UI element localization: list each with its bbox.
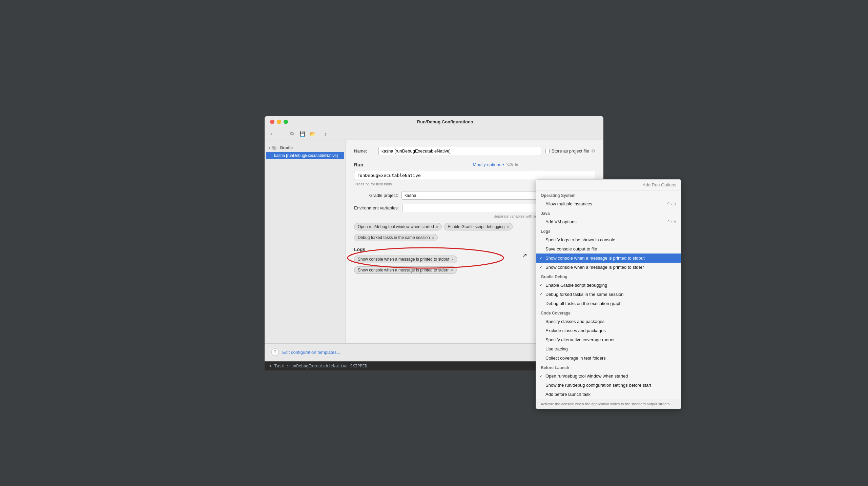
add-run-options-label: Add Run Options: [643, 182, 676, 187]
tag-label: Debug forked tasks in the same session: [358, 235, 430, 240]
dropdown-item-label: Add VM options: [545, 219, 577, 224]
dropdown-item-specify-classes[interactable]: Specify classes and packages: [536, 317, 681, 326]
dropdown-item-add-before-launch[interactable]: Add before launch task: [536, 390, 681, 399]
toolbar: + − ⧉ 💾 📂 ↕: [265, 128, 603, 140]
dropdown-item-label: Allow multiple instances: [545, 201, 592, 206]
dropdown-item-label: Open run/debug tool window when started: [545, 373, 628, 379]
tag-debug-forked: Debug forked tasks in the same session ×: [354, 234, 438, 241]
tag-label: Show console when a message is printed t…: [358, 257, 449, 262]
dropdown-section-code-coverage: Code Coverage: [536, 308, 681, 317]
tag-close-icon[interactable]: ×: [507, 225, 509, 229]
store-project-area: Store as project file ⚙: [545, 148, 595, 154]
tag-close-icon[interactable]: ×: [451, 257, 453, 261]
sidebar-group-gradle[interactable]: ▾ 🐘 Gradle: [265, 144, 346, 152]
dropdown-item-allow-multiple[interactable]: Allow multiple instances ^⌥U: [536, 199, 681, 208]
dropdown-item-label: Show the run/debug configuration setting…: [545, 383, 651, 388]
run-input[interactable]: [354, 171, 595, 180]
dropdown-item-enable-gradle-script[interactable]: ✓ Enable Gradle script debugging: [536, 281, 681, 290]
edit-templates-link[interactable]: Edit configuration templates...: [282, 350, 340, 355]
dropdown-item-show-stdout[interactable]: ✓ Show console when a message is printed…: [536, 254, 681, 263]
run-input-row: [354, 171, 595, 180]
name-input[interactable]: [378, 147, 541, 155]
shortcut-label: ^⌥V: [668, 220, 677, 224]
name-row: Name: Store as project file ⚙: [354, 147, 595, 155]
dropdown-section-java: Java: [536, 208, 681, 217]
dropdown-item-save-console[interactable]: Save console output to file: [536, 244, 681, 254]
shortcut-label: ^⌥U: [667, 202, 676, 206]
dropdown-item-use-tracing[interactable]: Use tracing: [536, 344, 681, 353]
tag-show-stderr: Show console when a message is printed t…: [354, 266, 457, 274]
save-configuration-button[interactable]: 💾: [298, 130, 306, 138]
dropdown-item-exclude-classes[interactable]: Exclude classes and packages: [536, 326, 681, 335]
sidebar-section-gradle: ▾ 🐘 Gradle kasha [runDebugExecutableNati…: [265, 143, 346, 161]
tag-label: Enable Gradle script debugging: [448, 224, 504, 229]
dropdown-item-label: Collect coverage in test folders: [545, 356, 606, 361]
sidebar-group-label: Gradle: [280, 145, 293, 150]
close-button[interactable]: [270, 120, 274, 124]
copy-configuration-button[interactable]: ⧉: [288, 130, 296, 138]
tooltip-text: Activate the console when the applicatio…: [536, 399, 681, 409]
add-configuration-button[interactable]: +: [268, 130, 275, 138]
dropdown-item-label: Specify logs to be shown in console: [545, 237, 615, 242]
tag-show-stdout: Show console when a message is printed t…: [354, 256, 457, 263]
check-icon: ✓: [539, 283, 542, 287]
sidebar-item-kasha[interactable]: kasha [runDebugExecutableNative]: [266, 152, 344, 159]
dropdown-item-label: Show console when a message is printed t…: [545, 265, 644, 270]
content-area: ▾ 🐘 Gradle kasha [runDebugExecutableNati…: [265, 140, 603, 343]
dropdown-item-specify-logs[interactable]: Specify logs to be shown in console: [536, 235, 681, 244]
tag-close-icon[interactable]: ×: [432, 236, 434, 240]
dropdown-item-label: Save console output to file: [545, 246, 597, 251]
check-icon: ✓: [539, 265, 542, 269]
dropdown-item-alt-coverage-runner[interactable]: Specify alternative coverage runner: [536, 335, 681, 344]
modify-options-button[interactable]: Modify options ▾ ⌥⌘ le: [470, 161, 521, 168]
dropdown-item-open-run-debug[interactable]: ✓ Open run/debug tool window when starte…: [536, 371, 681, 381]
dropdown-item-add-vm[interactable]: Add VM options ^⌥V: [536, 217, 681, 226]
dropdown-item-label: Use tracing: [545, 346, 568, 351]
dropdown-section-before-launch: Before Launch: [536, 363, 681, 371]
toolbar-separator: [319, 131, 319, 137]
sidebar: ▾ 🐘 Gradle kasha [runDebugExecutableNati…: [265, 140, 346, 343]
sort-button[interactable]: ↕: [322, 130, 329, 138]
sidebar-item-label: kasha [runDebugExecutableNative]: [274, 153, 338, 158]
check-icon: ✓: [539, 292, 542, 297]
window-title: Run/Debug Configurations: [292, 119, 598, 124]
dropdown-item-debug-all-tasks[interactable]: Debug all tasks on the execution graph: [536, 299, 681, 308]
remove-configuration-button[interactable]: −: [278, 130, 286, 138]
modify-options-shortcut: ⌥⌘: [505, 162, 514, 167]
dropdown-item-show-config-settings[interactable]: Show the run/debug configuration setting…: [536, 381, 681, 390]
dropdown-item-debug-forked[interactable]: ✓ Debug forked tasks in the same session: [536, 290, 681, 299]
title-bar: Run/Debug Configurations: [265, 116, 603, 128]
dropdown-item-collect-coverage[interactable]: Collect coverage in test folders: [536, 353, 681, 363]
tag-label: Show console when a message is printed t…: [358, 268, 449, 272]
tag-enable-gradle: Enable Gradle script debugging ×: [444, 223, 513, 230]
dropdown-item-label: Enable Gradle script debugging: [545, 283, 607, 288]
terminal-text: > Task :runDebugExecutableNative SKIPPED: [269, 364, 367, 368]
dropdown-item-label: Specify alternative coverage runner: [545, 337, 615, 342]
open-configuration-button[interactable]: 📂: [309, 130, 316, 138]
check-icon: ✓: [539, 374, 542, 378]
gear-icon[interactable]: ⚙: [591, 148, 595, 154]
env-vars-label: Environment variables:: [354, 205, 399, 210]
tag-label: Open run/debug tool window when started: [358, 224, 434, 229]
tag-close-icon[interactable]: ×: [451, 268, 453, 272]
dropdown-item-label: Show console when a message is printed t…: [545, 256, 645, 261]
main-form: Name: Store as project file ⚙ Run Modify…: [346, 140, 603, 343]
traffic-lights: [270, 120, 288, 124]
check-icon: ✓: [539, 256, 542, 260]
maximize-button[interactable]: [284, 120, 288, 124]
dropdown-section-logs: Logs: [536, 226, 681, 235]
dropdown-section-gradle-debug: Gradle Debug: [536, 272, 681, 281]
dropdown-item-label: Add before launch task: [545, 392, 591, 397]
store-project-file-checkbox[interactable]: [545, 149, 550, 153]
minimize-button[interactable]: [277, 120, 281, 124]
chevron-down-icon: ▾: [269, 146, 270, 149]
dropdown-item-label: Debug forked tasks in the same session: [545, 292, 624, 297]
dropdown-menu: Add Run Options Operating System Allow m…: [536, 179, 681, 409]
gradle-icon: 🐘: [272, 145, 277, 150]
tag-close-icon[interactable]: ×: [436, 225, 438, 229]
dropdown-header: Add Run Options: [536, 180, 681, 190]
help-button[interactable]: ?: [271, 348, 279, 356]
dropdown-item-show-stderr[interactable]: ✓ Show console when a message is printed…: [536, 263, 681, 272]
dropdown-item-label: Debug all tasks on the execution graph: [545, 301, 622, 306]
store-project-file-label: Store as project file: [552, 148, 589, 154]
